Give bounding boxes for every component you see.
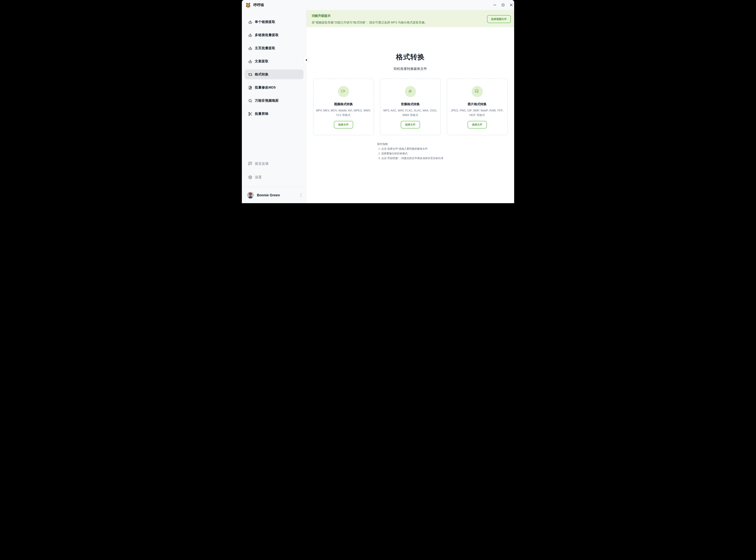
minimize-icon[interactable] — [492, 2, 497, 8]
upgrade-banner: 功能升级提示 原“视频提取音频”功能已升级为“格式转换”，现在可通过选择 MP3… — [306, 10, 514, 27]
card-title: 图片格式转换 — [447, 102, 507, 106]
card-formats: MP4, MKV, MOV, WebM, AVI, MPEG, WMV, FLV… — [314, 108, 374, 117]
main-area: 功能升级提示 原“视频提取音频”功能已升级为“格式转换”，现在可通过选择 MP3… — [306, 10, 514, 203]
sidebar-nav: 单个链接提取 多链接批量提取 主页批量提取 文案提取 格式转换 — [242, 10, 306, 122]
kebab-menu-icon[interactable] — [300, 192, 302, 198]
converter-cards: 视频格式转换 MP4, MKV, MOV, WebM, AVI, MPEG, W… — [306, 79, 514, 135]
operation-guide: 操作指南: 1. 点击“选择文件”或拖入要转换的媒体文件 2. 选择要输出的目标… — [377, 142, 443, 160]
page-title: 格式转换 — [306, 53, 514, 61]
download-icon — [248, 33, 252, 37]
sidebar-item-format-convert[interactable]: 格式转换 — [245, 69, 303, 79]
select-file-button[interactable]: 选择文件 — [467, 121, 487, 128]
audio-convert-card[interactable]: 音频格式转换 MP3, AAC, WAV, FLAC, ALAC, M4A, O… — [380, 79, 441, 135]
guide-heading: 操作指南: — [377, 142, 443, 146]
sidebar-item-feedback[interactable]: 提交反馈 — [245, 159, 303, 168]
scissors-icon — [248, 112, 252, 116]
guide-step: 2. 选择要输出的目标格式 — [377, 151, 443, 156]
sidebar-item-copy-extract[interactable]: 文案提取 — [245, 56, 303, 66]
select-file-button[interactable]: 选择文件 — [334, 121, 353, 128]
sidebar-item-settings[interactable]: 设置 — [245, 173, 303, 182]
video-convert-card[interactable]: 视频格式转换 MP4, MKV, MOV, WebM, AVI, MPEG, W… — [313, 79, 374, 135]
image-convert-card[interactable]: 图片格式转换 JPEG, PNG, GIF, BMP, WebP, RAW, T… — [447, 79, 508, 135]
window-controls — [492, 2, 514, 8]
page-subtitle: 轻松批量转换媒体文件 — [306, 67, 514, 71]
gear-icon — [248, 175, 252, 179]
avatar — [247, 192, 254, 198]
sidebar-spacer — [242, 122, 306, 159]
search-icon — [248, 99, 252, 103]
titlebar: 哼哼猫 — [242, 0, 514, 10]
chevron-left-icon — [305, 59, 307, 61]
video-camera-icon — [341, 89, 346, 94]
app-window: 哼哼猫 单个链接提取 多链接批量提取 — [242, 0, 514, 203]
icon-circle — [338, 86, 349, 97]
download-icon — [248, 46, 252, 50]
user-name: Bonnie Green — [257, 193, 280, 197]
repeat-icon — [248, 73, 252, 77]
sidebar-item-media-sniffer[interactable]: 万能音视频嗅探 — [245, 96, 303, 105]
sidebar-item-homepage-batch-extract[interactable]: 主页批量提取 — [245, 43, 303, 53]
image-icon — [475, 89, 480, 94]
banner-title: 功能升级提示 — [312, 14, 484, 18]
sidebar-collapse-handle[interactable] — [304, 56, 309, 64]
sidebar-item-batch-clip[interactable]: 批量剪辑 — [245, 109, 303, 119]
icon-circle — [472, 86, 483, 97]
music-note-icon — [408, 89, 413, 94]
banner-body: 原“视频提取音频”功能已升级为“格式转换”，现在可通过选择 MP3 为输出格式提… — [312, 20, 484, 25]
sidebar-item-batch-md5[interactable]: 批量修改MD5 — [245, 83, 303, 93]
download-icon — [248, 59, 252, 63]
file-pen-icon — [248, 85, 252, 89]
guide-step: 1. 点击“选择文件”或拖入要转换的媒体文件 — [377, 146, 443, 151]
close-icon[interactable] — [509, 2, 514, 8]
card-formats: MP3, AAC, WAV, FLAC, ALAC, M4A, OGG, WMA… — [380, 108, 440, 117]
guide-step: 3. 点击“开始转换”，转换后的文件将自动保存至目标目录 — [377, 156, 443, 160]
card-title: 视频格式转换 — [314, 102, 374, 106]
icon-circle — [405, 86, 416, 97]
app-logo-cat-icon — [245, 2, 251, 8]
message-square-icon — [248, 161, 252, 166]
sidebar-item-multi-link-batch-extract[interactable]: 多链接批量提取 — [245, 30, 303, 40]
select-video-file-button[interactable]: 选择视频文件 — [487, 15, 511, 23]
maximize-icon[interactable] — [500, 2, 505, 8]
card-formats: JPEG, PNG, GIF, BMP, WebP, RAW, TIFF, HE… — [447, 108, 507, 117]
sidebar-item-single-link-extract[interactable]: 单个链接提取 — [245, 17, 303, 27]
card-title: 音频格式转换 — [380, 102, 440, 106]
select-file-button[interactable]: 选择文件 — [401, 121, 420, 128]
user-row: Bonnie Green — [242, 187, 306, 203]
sidebar: 单个链接提取 多链接批量提取 主页批量提取 文案提取 格式转换 — [242, 10, 306, 203]
content: 格式转换 轻松批量转换媒体文件 视频格式转换 MP4, MKV, MOV, We… — [306, 27, 514, 203]
download-icon — [248, 20, 252, 24]
app-title: 哼哼猫 — [253, 3, 264, 7]
